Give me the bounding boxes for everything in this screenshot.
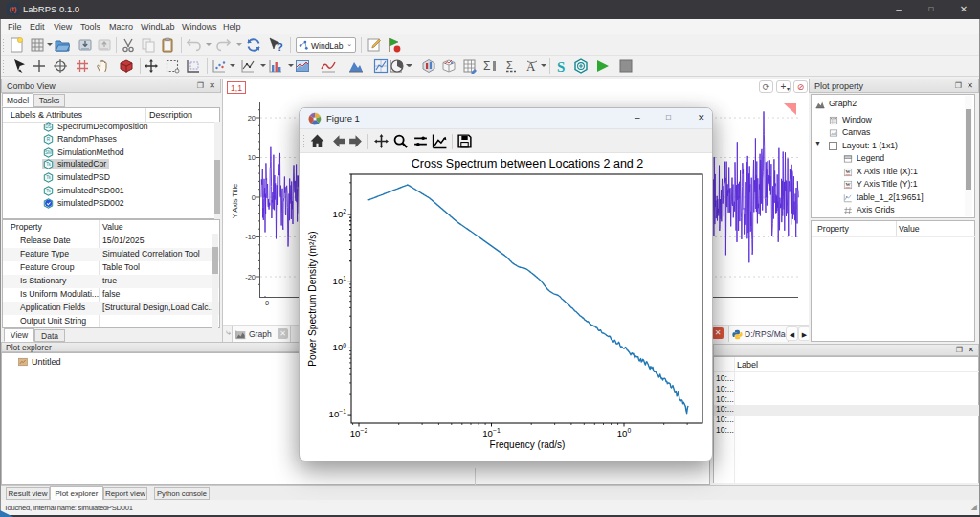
svg-text:Ts: Ts — [46, 189, 51, 193]
svg-text:-20: -20 — [245, 273, 256, 281]
svg-text:W: W — [846, 169, 851, 174]
svg-text:Frequency (rad/s): Frequency (rad/s) — [490, 439, 566, 450]
svg-text:Ts: Ts — [46, 162, 51, 167]
svg-text:Ts: Ts — [46, 176, 51, 181]
svg-text:101: 101 — [333, 275, 347, 286]
svg-text:102: 102 — [333, 208, 347, 219]
svg-text:100: 100 — [333, 342, 347, 353]
svg-text:0: 0 — [265, 299, 269, 307]
svg-text:10−1: 10−1 — [482, 427, 501, 438]
svg-text:10: 10 — [248, 153, 256, 162]
svg-text:10−1: 10−1 — [329, 408, 347, 419]
svg-text:DS: DS — [45, 124, 51, 129]
svg-text:Σ: Σ — [506, 59, 513, 71]
svg-text:W: W — [846, 182, 851, 187]
svg-text:Y Axis Title: Y Axis Title — [231, 184, 239, 219]
svg-text:Cross Spectrum between Locatio: Cross Spectrum between Locations 2 and 2 — [412, 157, 644, 170]
svg-text:100: 100 — [617, 427, 632, 438]
svg-text:0: 0 — [252, 193, 256, 202]
svg-text:S: S — [557, 59, 565, 74]
svg-text:10−2: 10−2 — [350, 427, 368, 438]
svg-text:20: 20 — [248, 114, 256, 123]
svg-text:Power Spectrum Density (m²/s): Power Spectrum Density (m²/s) — [307, 231, 318, 367]
svg-text:?: ? — [277, 41, 283, 53]
svg-text:SM: SM — [45, 150, 52, 155]
svg-text:-10: -10 — [245, 233, 256, 241]
svg-text:Σ: Σ — [483, 59, 490, 73]
